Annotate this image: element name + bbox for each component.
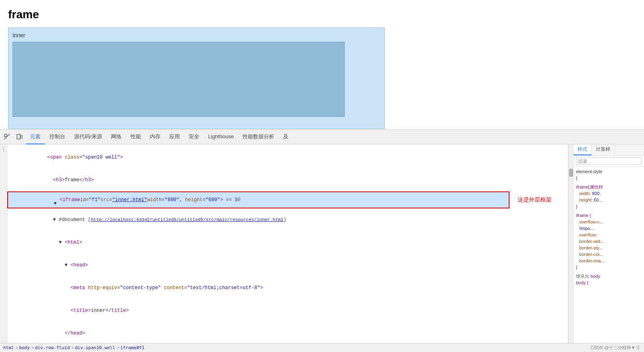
tab-security[interactable]: 安全 bbox=[185, 130, 203, 144]
dom-line-title[interactable]: <title>inner</title> bbox=[7, 299, 568, 322]
breadcrumb-html[interactable]: html bbox=[3, 345, 14, 350]
inspect-icon[interactable] bbox=[2, 131, 13, 143]
dom-tree-wrapper: <span class="span10 well"> <h3>frame</h3… bbox=[7, 144, 573, 343]
dom-line-html[interactable]: ▼ <html> bbox=[7, 231, 568, 254]
styles-filter-input[interactable] bbox=[576, 157, 642, 165]
breadcrumb-body[interactable]: body bbox=[19, 345, 30, 350]
tab-sources[interactable]: 源代码/来源 bbox=[70, 130, 106, 144]
dom-line-iframe-outer[interactable]: ▼ <iframe id="f1" src="inner.html" width… bbox=[7, 191, 510, 208]
dom-line-h3[interactable]: <h3>frame</h3> bbox=[7, 169, 568, 191]
dom-line-span[interactable]: <span class="span10 well"> bbox=[7, 146, 568, 169]
styles-tabs: 样式 计算样 bbox=[574, 144, 644, 156]
tab-extra[interactable]: 及 bbox=[279, 130, 292, 144]
left-bar: ⋮ bbox=[0, 144, 7, 343]
breadcrumb-sep4: > bbox=[117, 345, 119, 350]
dom-line-head-close[interactable]: </head> bbox=[7, 322, 568, 343]
style-inherited-body: 继承自 body body { bbox=[576, 273, 642, 286]
breadcrumb-div-row[interactable]: div.row-fluid bbox=[35, 345, 70, 350]
svg-rect-0 bbox=[4, 134, 7, 137]
styles-content: element.style } iframe[属性样 width: 800; h… bbox=[574, 167, 644, 343]
left-bar-dot[interactable]: ⋮ bbox=[1, 146, 6, 152]
devtools-main: ⋮ <span class="span10 well"> <h3>frame</… bbox=[0, 144, 644, 343]
styles-panel: 样式 计算样 element.style } iframe[属性样 width:… bbox=[573, 144, 644, 343]
styles-tab-styles[interactable]: 样式 bbox=[574, 144, 592, 155]
tab-performance[interactable]: 性能 bbox=[126, 130, 145, 144]
breadcrumb-iframe[interactable]: iframe#f1 bbox=[120, 345, 145, 350]
outer-frame-box: inner bbox=[8, 28, 385, 129]
element-style-selector: element.style bbox=[576, 168, 642, 175]
device-icon[interactable] bbox=[14, 131, 25, 143]
inner-frame-box bbox=[13, 42, 345, 117]
breadcrumb-div-span10[interactable]: div.span10.well bbox=[75, 345, 115, 350]
dom-line-iframe-outer-row: ▼ <iframe id="f1" src="inner.html" width… bbox=[7, 191, 568, 208]
dom-line-head[interactable]: ▼ <head> bbox=[7, 254, 568, 277]
dom-tree[interactable]: <span class="span10 well"> <h3>frame</h3… bbox=[7, 144, 568, 343]
svg-rect-3 bbox=[21, 135, 22, 138]
breadcrumb-bar: html > body > div.row-fluid > div.span10… bbox=[0, 343, 644, 352]
dom-line-document[interactable]: ▼ #document (http://localhost:63342/unti… bbox=[7, 208, 568, 231]
svg-rect-2 bbox=[17, 134, 20, 139]
breadcrumb-sep2: > bbox=[32, 345, 34, 350]
tab-network[interactable]: 网络 bbox=[107, 130, 126, 144]
tab-perf-analysis[interactable]: 性能数据分析 bbox=[239, 130, 278, 144]
tab-memory[interactable]: 内存 bbox=[146, 130, 164, 144]
page-title: frame bbox=[8, 8, 636, 21]
style-iframe-attr: iframe[属性样 width: 800; height: 60... } bbox=[576, 184, 642, 210]
tab-elements[interactable]: 元素 bbox=[26, 130, 45, 144]
dom-line-meta[interactable]: <meta http-equiv="content-type" content=… bbox=[7, 277, 568, 299]
styles-tab-computed[interactable]: 计算样 bbox=[592, 144, 615, 155]
breadcrumb-sep3: > bbox=[71, 345, 74, 350]
csdn-label: CSDN @十二分精神▼ C bbox=[591, 345, 640, 351]
tab-application[interactable]: 应用 bbox=[165, 130, 184, 144]
annotation-outer-frame: 这是外层框架 bbox=[518, 196, 568, 204]
style-iframe: iframe { overflow-c... !impo... overflow… bbox=[576, 212, 642, 270]
devtools-panel: 元素 控制台 源代码/来源 网络 性能 内存 应用 安全 Lighthouse … bbox=[0, 130, 644, 352]
style-element: element.style } bbox=[576, 168, 642, 181]
tab-console[interactable]: 控制台 bbox=[45, 130, 69, 144]
page-content-area: frame inner bbox=[0, 0, 644, 130]
tab-lighthouse[interactable]: Lighthouse bbox=[204, 130, 238, 144]
outer-frame-label: inner bbox=[13, 32, 380, 39]
devtools-toolbar: 元素 控制台 源代码/来源 网络 性能 内存 应用 安全 Lighthouse … bbox=[0, 130, 644, 144]
dom-tree-scrollbar[interactable] bbox=[568, 144, 573, 343]
styles-filter-area bbox=[574, 156, 644, 167]
breadcrumb-sep1: > bbox=[16, 345, 19, 350]
